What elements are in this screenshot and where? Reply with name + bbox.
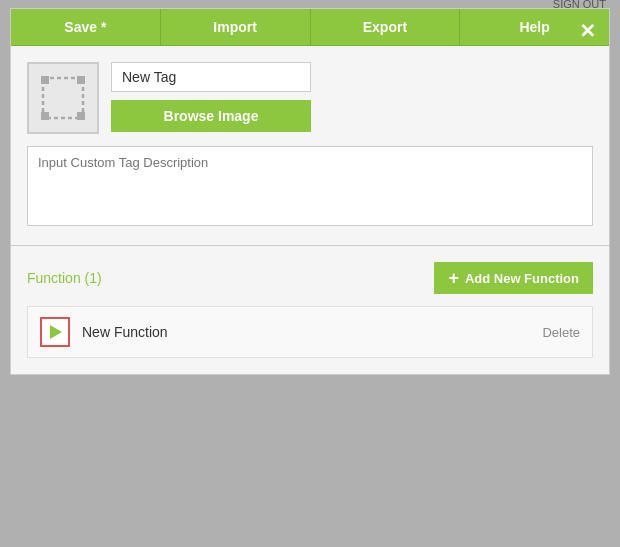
- add-function-button[interactable]: + Add New Function: [434, 262, 593, 294]
- svg-rect-4: [77, 112, 85, 120]
- main-panel: Save * Import Export Help ✕: [10, 8, 610, 375]
- image-frame-icon: [39, 74, 87, 122]
- add-function-label: Add New Function: [465, 271, 579, 286]
- tag-header: Browse Image: [27, 62, 593, 134]
- plus-icon: +: [448, 269, 459, 287]
- section-divider: [11, 245, 609, 246]
- browse-image-button[interactable]: Browse Image: [111, 100, 311, 132]
- function-item: New Function Delete: [28, 307, 592, 357]
- save-button[interactable]: Save *: [11, 9, 161, 45]
- description-area: [27, 146, 593, 229]
- close-button[interactable]: ✕: [573, 17, 601, 45]
- play-triangle: [50, 325, 62, 339]
- delete-function-button[interactable]: Delete: [542, 325, 580, 340]
- function-list: New Function Delete: [27, 306, 593, 358]
- svg-rect-2: [77, 76, 85, 84]
- function-section-label: Function (1): [27, 270, 102, 286]
- export-button[interactable]: Export: [311, 9, 461, 45]
- description-textarea[interactable]: [27, 146, 593, 226]
- tag-name-section: Browse Image: [111, 62, 311, 132]
- svg-rect-3: [41, 112, 49, 120]
- function-header: Function (1) + Add New Function: [27, 262, 593, 294]
- toolbar: Save * Import Export Help: [11, 9, 609, 46]
- image-placeholder: [27, 62, 99, 134]
- play-icon-button[interactable]: [40, 317, 70, 347]
- import-button[interactable]: Import: [161, 9, 311, 45]
- tag-name-input[interactable]: [111, 62, 311, 92]
- function-name: New Function: [82, 324, 542, 340]
- svg-rect-1: [41, 76, 49, 84]
- content-area: Browse Image Function (1) + Add New Func…: [11, 46, 609, 374]
